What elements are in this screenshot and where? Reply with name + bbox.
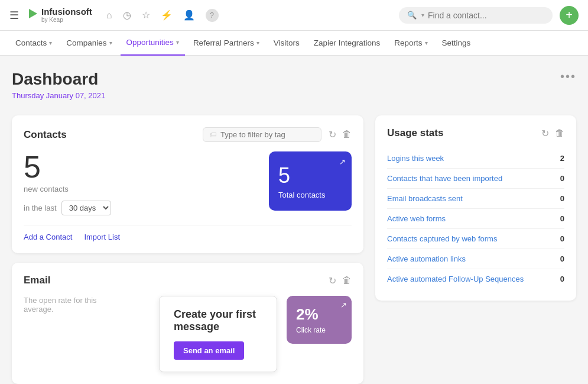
- usage-value-captured: 0: [560, 234, 564, 243]
- period-dropdown[interactable]: 30 days 7 days 60 days 90 days: [61, 201, 111, 215]
- usage-stats-actions: ↻ 🗑: [541, 128, 564, 139]
- logo-icon: [26, 7, 39, 23]
- nav-arrow-reports: ▾: [425, 40, 428, 46]
- logo: Infusionsoft by Keap: [26, 7, 92, 24]
- hamburger-menu[interactable]: ☰: [9, 9, 19, 22]
- contacts-card-actions: ↻ 🗑: [329, 129, 352, 140]
- email-create-box: Create your first message Send an email: [159, 296, 277, 372]
- clock-icon[interactable]: ◷: [123, 9, 131, 21]
- nav-arrow-opportunities: ▾: [176, 39, 179, 46]
- total-contacts-external-link[interactable]: ↗: [339, 157, 346, 166]
- nav-arrow-contacts: ▾: [49, 40, 52, 46]
- page-date: Thursday January 07, 2021: [12, 91, 105, 100]
- more-options-button[interactable]: •••: [560, 70, 576, 83]
- usage-value-automation: 0: [560, 254, 564, 263]
- search-dropdown-arrow[interactable]: ▾: [421, 12, 424, 18]
- logo-main-text: Infusionsoft: [41, 7, 92, 17]
- contacts-left: 5 new contacts in the last 30 days 7 day…: [24, 151, 257, 215]
- nav-item-visitors[interactable]: Visitors: [268, 31, 306, 56]
- total-contacts-box[interactable]: ↗ 5 Total contacts: [269, 151, 352, 211]
- import-list-link[interactable]: Import List: [84, 233, 120, 241]
- contacts-body: 5 new contacts in the last 30 days 7 day…: [24, 151, 352, 215]
- search-bar: 🔍 ▾: [399, 7, 553, 24]
- tag-filter-input[interactable]: [220, 130, 315, 139]
- usage-stats-row-logins: Logins this week 2: [387, 149, 564, 169]
- contacts-card-title: Contacts: [24, 129, 197, 141]
- usage-value-broadcasts: 0: [560, 194, 564, 203]
- nav-arrow-referral: ▾: [256, 40, 259, 46]
- nav-item-reports[interactable]: Reports ▾: [388, 31, 433, 56]
- usage-value-logins: 2: [560, 154, 564, 163]
- new-contacts-label: new contacts: [24, 185, 257, 193]
- usage-stats-row-followup: Active automated Follow-Up Sequences 0: [387, 269, 564, 289]
- usage-label-imported[interactable]: Contacts that have been imported: [387, 174, 502, 183]
- cards-row: Contacts 🏷 ↻ 🗑 5 new contacts: [12, 115, 576, 384]
- click-rate-box[interactable]: ↗ 2% Click rate: [287, 296, 352, 344]
- navbar: Contacts ▾ Companies ▾ Opportunities ▾ R…: [0, 31, 588, 56]
- click-rate-label: Click rate: [296, 326, 342, 334]
- email-card-title: Email: [24, 275, 321, 286]
- add-contact-link[interactable]: Add a Contact: [24, 233, 72, 241]
- usage-label-automation[interactable]: Active automation links: [387, 254, 466, 263]
- usage-stats-card: Usage stats ↻ 🗑 Logins this week 2 Conta…: [375, 115, 576, 301]
- usage-stats-row-imported: Contacts that have been imported 0: [387, 169, 564, 189]
- nav-item-contacts[interactable]: Contacts ▾: [9, 31, 58, 56]
- usage-label-logins[interactable]: Logins this week: [387, 154, 444, 163]
- in-last: in the last 30 days 7 days 60 days 90 da…: [24, 201, 257, 215]
- email-open-rate-note: The open rate for this average.: [24, 296, 150, 314]
- page-header-left: Dashboard Thursday January 07, 2021: [12, 70, 105, 112]
- usage-label-captured[interactable]: Contacts captured by web forms: [387, 234, 497, 243]
- email-card-actions: ↻ 🗑: [329, 275, 352, 286]
- add-contact-button[interactable]: +: [560, 6, 579, 25]
- usage-value-webforms: 0: [560, 214, 564, 223]
- user-icon[interactable]: 👤: [183, 9, 195, 21]
- email-card: Email ↻ 🗑 The open rate for this average…: [12, 263, 363, 384]
- tag-filter-icon: 🏷: [209, 130, 217, 139]
- contacts-card-header: Contacts 🏷 ↻ 🗑: [24, 127, 352, 142]
- usage-value-followup: 0: [560, 275, 564, 283]
- star-icon[interactable]: ☆: [142, 9, 150, 21]
- usage-label-followup[interactable]: Active automated Follow-Up Sequences: [387, 275, 524, 283]
- lightning-icon[interactable]: ⚡: [161, 9, 173, 21]
- email-card-header: Email ↻ 🗑: [24, 275, 352, 286]
- contacts-delete-icon[interactable]: 🗑: [342, 129, 352, 140]
- usage-stats-delete-icon[interactable]: 🗑: [555, 128, 564, 139]
- search-icon: 🔍: [407, 11, 417, 20]
- nav-arrow-companies: ▾: [109, 40, 112, 46]
- in-last-label: in the last: [24, 204, 57, 212]
- logo-sub-text: by Keap: [41, 17, 92, 23]
- send-email-button[interactable]: Send an email: [174, 341, 244, 360]
- page-title: Dashboard: [12, 70, 105, 89]
- search-input[interactable]: [428, 11, 544, 20]
- contacts-big-number: 5: [24, 151, 257, 182]
- right-column: Usage stats ↻ 🗑 Logins this week 2 Conta…: [375, 115, 576, 301]
- nav-item-opportunities[interactable]: Opportunities ▾: [121, 31, 185, 56]
- usage-stats-row-webforms: Active web forms 0: [387, 209, 564, 229]
- nav-item-zapier[interactable]: Zapier Integrations: [308, 31, 386, 56]
- usage-label-webforms[interactable]: Active web forms: [387, 214, 446, 223]
- contacts-card-footer: Add a Contact Import List: [24, 225, 352, 241]
- click-rate-percent: 2%: [296, 305, 342, 324]
- nav-item-companies[interactable]: Companies ▾: [60, 31, 118, 56]
- nav-item-settings[interactable]: Settings: [436, 31, 477, 56]
- help-icon[interactable]: ?: [206, 9, 219, 22]
- page-header-row: Dashboard Thursday January 07, 2021 •••: [12, 70, 576, 112]
- usage-value-imported: 0: [560, 174, 564, 183]
- nav-item-referral-partners[interactable]: Referral Partners ▾: [187, 31, 265, 56]
- total-contacts-number: 5: [278, 163, 290, 188]
- usage-stats-refresh-icon[interactable]: ↻: [541, 128, 549, 139]
- svg-marker-0: [29, 9, 37, 18]
- email-left: The open rate for this average.: [24, 296, 150, 314]
- usage-stats-row-automation: Active automation links 0: [387, 249, 564, 269]
- usage-stats-row-captured: Contacts captured by web forms 0: [387, 229, 564, 249]
- home-icon[interactable]: ⌂: [106, 10, 112, 21]
- tag-filter: 🏷: [203, 127, 321, 142]
- topbar-icon-group: ⌂ ◷ ☆ ⚡ 👤 ?: [106, 9, 219, 22]
- logo-text: Infusionsoft by Keap: [41, 7, 92, 24]
- usage-label-broadcasts[interactable]: Email broadcasts sent: [387, 194, 463, 203]
- click-rate-external-link[interactable]: ↗: [340, 301, 347, 309]
- contacts-card: Contacts 🏷 ↻ 🗑 5 new contacts: [12, 115, 363, 253]
- contacts-refresh-icon[interactable]: ↻: [329, 129, 336, 140]
- email-delete-icon[interactable]: 🗑: [342, 275, 352, 286]
- email-refresh-icon[interactable]: ↻: [329, 275, 336, 286]
